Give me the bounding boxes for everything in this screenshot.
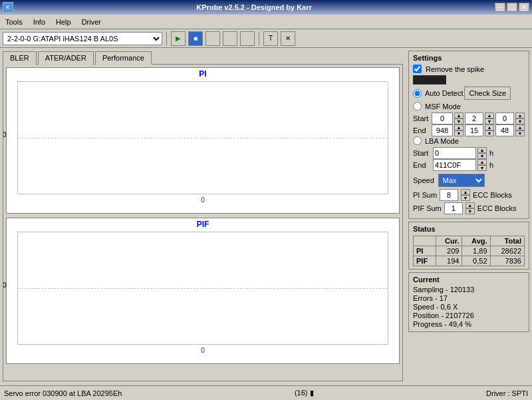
maximize-button[interactable]: □ — [507, 3, 517, 12]
speed-select[interactable]: Max — [438, 174, 485, 187]
lba-start-down[interactable]: ▼ — [477, 153, 487, 159]
status-title: Status — [413, 225, 525, 233]
current-group: Current Sampling - 120133 Errors - 17 Sp… — [408, 272, 529, 332]
msf-start-v2-up[interactable]: ▲ — [485, 112, 494, 118]
pif-sum-input[interactable] — [444, 202, 463, 214]
minimize-button[interactable]: — — [495, 3, 505, 12]
msf-start-v2-spin: ▲ ▼ — [485, 112, 494, 124]
menu-help[interactable]: Help — [51, 17, 76, 27]
tab-performance[interactable]: Performance — [95, 51, 152, 65]
msf-end-label: End — [413, 126, 430, 134]
lba-end-h: h — [489, 161, 493, 169]
lba-start-h: h — [489, 149, 493, 157]
msf-end-row: End ▲ ▼ ▲ ▼ ▲ ▼ — [413, 124, 525, 136]
msf-start-v2[interactable] — [465, 112, 483, 124]
check-size-button[interactable]: Check Size — [464, 87, 511, 100]
col-total: Total — [490, 236, 524, 246]
pi-cur: 209 — [436, 246, 462, 256]
auto-detect-row: Auto Detect Check Size — [413, 87, 525, 100]
sampling-row: Sampling - 120133 — [413, 286, 525, 294]
toolbar-sep-1 — [166, 32, 167, 45]
pi-sum-label: PI Sum — [413, 191, 437, 199]
position-label: Position - — [413, 311, 444, 319]
msf-start-v3-down[interactable]: ▼ — [515, 118, 525, 124]
msf-start-v3-spin: ▲ ▼ — [515, 112, 525, 124]
stop-button[interactable]: ■ — [188, 31, 203, 46]
remove-spike-checkbox[interactable] — [413, 65, 422, 73]
tab-bler[interactable]: BLER — [3, 51, 37, 65]
pi-ecc-label: ECC Blocks — [473, 191, 512, 199]
toolbar-btn-6[interactable]: T — [263, 31, 278, 46]
lba-end-down[interactable]: ▼ — [477, 165, 487, 171]
toolbar-btn-3[interactable] — [205, 31, 220, 46]
remove-spike-label: Remove the spike — [426, 65, 484, 73]
menu-driver[interactable]: Driver — [76, 17, 106, 27]
drive-select[interactable]: 2-2-0-0 G:ATAPI iHAS124 B AL0S — [3, 32, 162, 45]
pi-sum-up[interactable]: ▲ — [461, 189, 470, 195]
toolbar: 2-2-0-0 G:ATAPI iHAS124 B AL0S ▶ ■ T ✕ — [0, 29, 532, 48]
auto-detect-radio[interactable] — [413, 89, 422, 98]
pi-chart-title: PI — [7, 68, 399, 80]
pi-sum-row: PI Sum ▲ ▼ ECC Blocks — [413, 189, 525, 201]
pif-sum-up[interactable]: ▲ — [466, 202, 475, 208]
pi-chart-container: PI 0 0 — [6, 67, 400, 214]
toolbar-btn-5[interactable] — [240, 31, 255, 46]
lba-end-up[interactable]: ▲ — [477, 159, 487, 165]
lba-start-up[interactable]: ▲ — [477, 147, 487, 153]
lba-start-row: Start ▲ ▼ h — [413, 147, 525, 159]
status-pi-row: PI 209 1,89 28622 — [414, 246, 525, 256]
pif-cur: 194 — [436, 256, 462, 266]
msf-mode-radio[interactable] — [413, 102, 422, 110]
speed-curr-label: Speed - — [413, 303, 439, 311]
msf-end-v3-up[interactable]: ▲ — [515, 124, 525, 130]
status-left: Servo error 030900 at LBA 20295Eh — [4, 389, 122, 397]
msf-start-v3-up[interactable]: ▲ — [515, 112, 525, 118]
msf-end-v1[interactable] — [432, 124, 453, 136]
menu-tools[interactable]: Tools — [0, 17, 28, 27]
msf-start-v1-down[interactable]: ▼ — [454, 118, 464, 124]
pi-y-label: 0 — [3, 131, 7, 138]
pif-ecc-label: ECC Blocks — [477, 204, 517, 212]
pi-total: 28622 — [490, 246, 524, 256]
msf-start-v2-down[interactable]: ▼ — [485, 118, 494, 124]
toolbar-btn-4[interactable] — [223, 31, 237, 46]
charts-area: PI 0 0 PIF 0 0 — [3, 64, 403, 381]
play-button[interactable]: ▶ — [171, 31, 186, 46]
msf-start-v1[interactable] — [432, 112, 453, 124]
msf-end-v2[interactable] — [465, 124, 483, 136]
pi-zero-line — [18, 138, 388, 138]
tab-ater-ader[interactable]: ATER/ADER — [38, 51, 94, 65]
msf-start-v1-up[interactable]: ▲ — [454, 112, 464, 118]
color-rect-row — [413, 75, 525, 85]
sampling-label: Sampling - — [413, 286, 448, 294]
right-panel: Settings Remove the spike Auto Detect Ch… — [406, 48, 532, 385]
msf-end-v1-down[interactable]: ▼ — [454, 130, 464, 136]
pif-sum-spin: ▲ ▼ — [466, 202, 475, 214]
speed-curr-row: Speed - 0,6 X — [413, 303, 525, 311]
pi-row-label: PI — [414, 246, 436, 256]
pif-sum-label: PIF Sum — [413, 204, 442, 212]
left-panel: BLER ATER/ADER Performance PI 0 0 PIF — [0, 48, 406, 385]
pif-x-label: 0 — [7, 346, 399, 355]
pi-sum-input[interactable] — [440, 189, 458, 201]
menu-info[interactable]: Info — [28, 17, 51, 27]
pif-chart-title: PIF — [7, 218, 399, 230]
msf-end-v2-down[interactable]: ▼ — [485, 130, 494, 136]
msf-mode-row: MSF Mode — [413, 102, 525, 110]
lba-start-input[interactable] — [433, 147, 476, 159]
pi-sum-down[interactable]: ▼ — [461, 195, 470, 201]
lba-mode-radio[interactable] — [413, 136, 422, 145]
pif-row-label: PIF — [414, 256, 436, 266]
msf-end-v3-down[interactable]: ▼ — [515, 130, 525, 136]
msf-end-v2-up[interactable]: ▲ — [485, 124, 494, 130]
msf-end-v3[interactable] — [495, 124, 514, 136]
close-button[interactable]: ✕ — [519, 3, 529, 12]
pif-sum-down[interactable]: ▼ — [466, 208, 475, 214]
lba-start-label: Start — [413, 149, 432, 157]
speed-curr-val: 0,6 X — [441, 303, 458, 311]
msf-start-v3[interactable] — [495, 112, 514, 124]
toolbar-btn-7[interactable]: ✕ — [281, 31, 295, 46]
msf-end-v1-up[interactable]: ▲ — [454, 124, 464, 130]
toolbar-sep-2 — [259, 32, 259, 45]
lba-end-input[interactable] — [433, 159, 476, 171]
